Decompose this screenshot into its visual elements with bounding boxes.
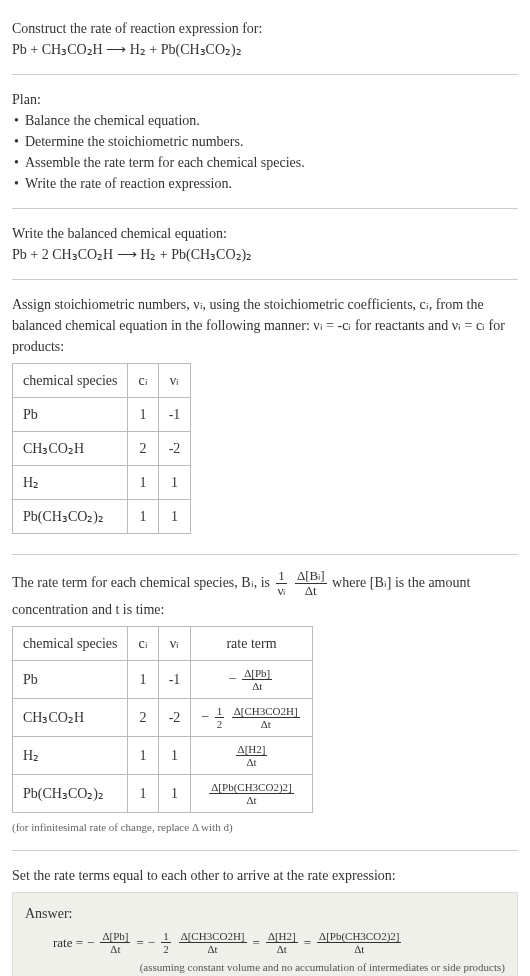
fraction: Δ[Pb(CH3CO2)2]Δt [209, 781, 293, 806]
plan-item: •Balance the chemical equation. [14, 110, 518, 131]
answer-note: (assuming constant volume and no accumul… [25, 959, 505, 976]
bullet-icon: • [14, 131, 19, 152]
table-row: CH₃CO₂H 2 -2 − 12 Δ[CH3CO2H]Δt [13, 698, 313, 736]
stoich-table: chemical species cᵢ νᵢ Pb 1 -1 CH₃CO₂H 2… [12, 363, 191, 534]
fraction: Δ[Pb(CH3CO2)2]Δt [317, 930, 401, 955]
rate-expression: − 12 Δ[CH3CO2H]Δt [191, 698, 312, 736]
plan-item: •Assemble the rate term for each chemica… [14, 152, 518, 173]
bullet-icon: • [14, 152, 19, 173]
col-species: chemical species [13, 364, 128, 398]
balanced-section: Write the balanced chemical equation: Pb… [12, 215, 518, 273]
fraction: Δ[CH3CO2H]Δt [179, 930, 247, 955]
plan-title: Plan: [12, 89, 518, 110]
plan-item: •Write the rate of reaction expression. [14, 173, 518, 194]
fraction: Δ[Pb]Δt [100, 930, 130, 955]
divider [12, 74, 518, 75]
col-rate: rate term [191, 626, 312, 660]
rate-equation: rate = − Δ[Pb]Δt = − 12 Δ[CH3CO2H]Δt = Δ… [25, 930, 505, 955]
rate-label: rate = [53, 933, 83, 953]
rate-term-section: The rate term for each chemical species,… [12, 561, 518, 844]
table-row: CH₃CO₂H 2 -2 [13, 432, 191, 466]
fraction: Δ[Bᵢ]Δt [295, 569, 327, 599]
infinitesimal-note: (for infinitesimal rate of change, repla… [12, 819, 518, 836]
divider [12, 279, 518, 280]
table-row: Pb(CH₃CO₂)₂ 1 1 [13, 500, 191, 534]
table-row: Pb 1 -1 − Δ[Pb]Δt [13, 660, 313, 698]
bullet-icon: • [14, 173, 19, 194]
stoich-section: Assign stoichiometric numbers, νᵢ, using… [12, 286, 518, 548]
col-ci: cᵢ [128, 364, 158, 398]
final-section: Set the rate terms equal to each other t… [12, 857, 518, 976]
fraction: Δ[CH3CO2H]Δt [232, 705, 300, 730]
table-row: H₂ 1 1 [13, 466, 191, 500]
col-vi: νᵢ [158, 626, 191, 660]
balanced-intro: Write the balanced chemical equation: [12, 223, 518, 244]
divider [12, 554, 518, 555]
construct-text: Construct the rate of reaction expressio… [12, 18, 518, 39]
table-row: Pb(CH₃CO₂)₂ 1 1 Δ[Pb(CH3CO2)2]Δt [13, 775, 313, 813]
answer-box: Answer: rate = − Δ[Pb]Δt = − 12 Δ[CH3CO2… [12, 892, 518, 976]
table-header-row: chemical species cᵢ νᵢ rate term [13, 626, 313, 660]
stoich-intro: Assign stoichiometric numbers, νᵢ, using… [12, 294, 518, 357]
fraction: 1νᵢ [276, 569, 288, 599]
fraction: Δ[H2]Δt [266, 930, 298, 955]
col-species: chemical species [13, 626, 128, 660]
col-vi: νᵢ [158, 364, 191, 398]
plan-item: •Determine the stoichiometric numbers. [14, 131, 518, 152]
plan-section: Plan: •Balance the chemical equation. •D… [12, 81, 518, 202]
divider [12, 850, 518, 851]
balanced-equation: Pb + 2 CH₃CO₂H ⟶ H₂ + Pb(CH₃CO₂)₂ [12, 244, 518, 265]
fraction: 12 [215, 705, 225, 730]
plan-list: •Balance the chemical equation. •Determi… [12, 110, 518, 194]
rate-term-table: chemical species cᵢ νᵢ rate term Pb 1 -1… [12, 626, 313, 814]
rate-expression: Δ[H2]Δt [191, 736, 312, 774]
table-header-row: chemical species cᵢ νᵢ [13, 364, 191, 398]
fraction: Δ[H2]Δt [236, 743, 268, 768]
fraction: Δ[Pb]Δt [242, 667, 272, 692]
table-row: Pb 1 -1 [13, 398, 191, 432]
rate-expression: − Δ[Pb]Δt [191, 660, 312, 698]
bullet-icon: • [14, 110, 19, 131]
rate-term-intro: The rate term for each chemical species,… [12, 569, 518, 620]
unbalanced-equation: Pb + CH₃CO₂H ⟶ H₂ + Pb(CH₃CO₂)₂ [12, 39, 518, 60]
col-ci: cᵢ [128, 626, 158, 660]
final-intro: Set the rate terms equal to each other t… [12, 865, 518, 886]
table-row: H₂ 1 1 Δ[H2]Δt [13, 736, 313, 774]
header-section: Construct the rate of reaction expressio… [12, 10, 518, 68]
rate-expression: Δ[Pb(CH3CO2)2]Δt [191, 775, 312, 813]
fraction: 12 [161, 930, 171, 955]
answer-label: Answer: [25, 903, 505, 924]
divider [12, 208, 518, 209]
